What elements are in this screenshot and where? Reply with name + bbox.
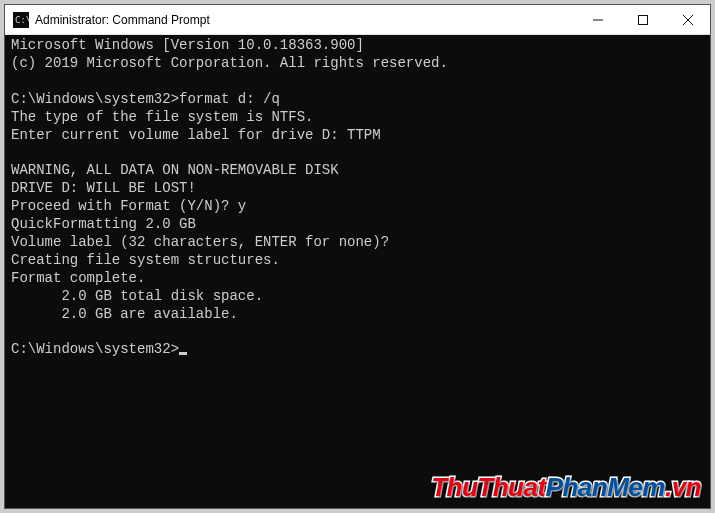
watermark-segment: PhanMem <box>546 472 665 502</box>
svg-rect-3 <box>638 15 647 24</box>
terminal-cursor <box>179 352 187 355</box>
terminal-line <box>11 144 704 162</box>
terminal-prompt: C:\Windows\system32> <box>11 341 704 359</box>
terminal-area[interactable]: Microsoft Windows [Version 10.0.18363.90… <box>5 35 710 508</box>
terminal-line: DRIVE D: WILL BE LOST! <box>11 180 704 198</box>
terminal-line: Format complete. <box>11 270 704 288</box>
terminal-line: Volume label (32 characters, ENTER for n… <box>11 234 704 252</box>
terminal-line: The type of the file system is NTFS. <box>11 109 704 127</box>
terminal-line: (c) 2019 Microsoft Corporation. All righ… <box>11 55 704 73</box>
terminal-line: WARNING, ALL DATA ON NON-REMOVABLE DISK <box>11 162 704 180</box>
minimize-button[interactable] <box>575 5 620 35</box>
terminal-line: C:\Windows\system32>format d: /q <box>11 91 704 109</box>
terminal-line: Proceed with Format (Y/N)? y <box>11 198 704 216</box>
watermark-segment: .vn <box>665 472 701 502</box>
terminal-line: Microsoft Windows [Version 10.0.18363.90… <box>11 37 704 55</box>
window-title: Administrator: Command Prompt <box>35 13 210 27</box>
terminal-line: 2.0 GB total disk space. <box>11 288 704 306</box>
cmd-icon: C:\ <box>13 12 29 28</box>
terminal-line: Creating file system structures. <box>11 252 704 270</box>
watermark-text: ThuThuatPhanMem.vn <box>431 472 701 503</box>
watermark-segment: ThuThuat <box>431 472 545 502</box>
terminal-line: Enter current volume label for drive D: … <box>11 127 704 145</box>
terminal-line <box>11 73 704 91</box>
maximize-button[interactable] <box>620 5 665 35</box>
window-titlebar[interactable]: C:\ Administrator: Command Prompt <box>5 5 710 35</box>
close-button[interactable] <box>665 5 710 35</box>
terminal-line: QuickFormatting 2.0 GB <box>11 216 704 234</box>
terminal-line <box>11 324 704 342</box>
command-prompt-window: C:\ Administrator: Command Prompt Micros… <box>4 4 711 509</box>
terminal-line: 2.0 GB are available. <box>11 306 704 324</box>
svg-text:C:\: C:\ <box>15 15 29 25</box>
